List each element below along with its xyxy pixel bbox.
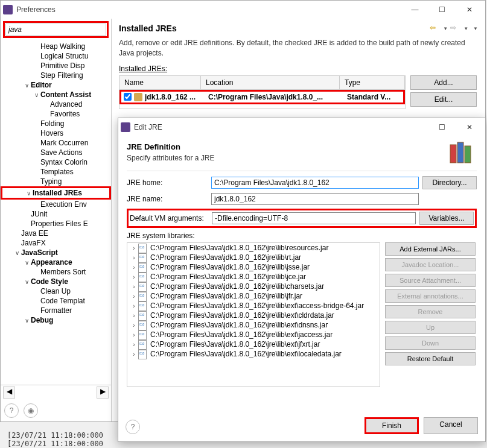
library-item[interactable]: ›C:\Program Files\Java\jdk1.8.0_162\jre\… <box>127 243 380 253</box>
tree-item[interactable]: Logical Structu <box>1 51 111 61</box>
jre-checkbox[interactable] <box>124 93 132 101</box>
tree-item[interactable]: ∨Appearance <box>1 257 111 267</box>
dialog-close-button[interactable]: ✕ <box>456 119 483 136</box>
jre-row-highlight[interactable]: jdk1.8.0_162 ... C:\Program Files\Java\j… <box>119 90 405 104</box>
tree-item[interactable]: Clean Up <box>1 286 111 296</box>
tree-label: Code Templat <box>40 297 85 305</box>
library-item[interactable]: ›C:\Program Files\Java\jdk1.8.0_162\jre\… <box>127 272 380 282</box>
tree-item[interactable]: ∨Content Assist <box>1 90 111 99</box>
eclipse-icon <box>3 5 13 14</box>
tree-item[interactable]: Code Templat <box>1 296 111 306</box>
jar-icon <box>138 244 148 252</box>
close-button[interactable]: ✕ <box>456 1 483 18</box>
up-button[interactable]: Up <box>385 321 476 334</box>
tree-item[interactable]: Properties Files E <box>1 219 111 229</box>
filter-input[interactable] <box>5 24 106 36</box>
jre-home-input[interactable] <box>211 177 419 189</box>
tree-item[interactable]: Advanced <box>1 99 111 109</box>
jar-icon <box>138 330 148 339</box>
library-item[interactable]: ›C:\Program Files\Java\jdk1.8.0_162\jre\… <box>127 291 380 301</box>
tree-item[interactable]: Save Actions <box>1 148 111 157</box>
tree-label: Hovers <box>40 129 63 137</box>
nav-back-menu[interactable]: ▼ <box>443 26 448 31</box>
tree-item[interactable]: Heap Walking <box>1 42 111 51</box>
dialog-title: Edit JRE <box>134 123 428 131</box>
tree-item[interactable]: Folding <box>1 119 111 128</box>
tree-item[interactable]: JUnit <box>1 209 111 219</box>
tree-item[interactable]: ∨Debug <box>1 315 111 325</box>
scroll-right-button[interactable]: ▶ <box>97 386 109 399</box>
jre-name-input[interactable] <box>211 193 419 205</box>
library-item[interactable]: ›C:\Program Files\Java\jdk1.8.0_162\jre\… <box>127 311 380 320</box>
tree-item[interactable]: ∨Code Style <box>1 277 111 286</box>
tree-item[interactable]: Primitive Disp <box>1 61 111 71</box>
record-button[interactable]: ◉ <box>24 403 38 418</box>
twisty-icon: ∨ <box>22 259 31 266</box>
help-button[interactable]: ? <box>4 403 19 418</box>
console-line: [23/07/21 11:18:00:000 <box>7 431 103 440</box>
remove-button[interactable]: Remove <box>385 305 476 318</box>
tree-item[interactable]: Typing <box>1 177 111 186</box>
jre-home-label: JRE home: <box>127 178 211 187</box>
add-jre-button[interactable]: Add... <box>410 75 477 90</box>
preferences-sidebar: Heap WalkingLogical StructuPrimitive Dis… <box>1 19 112 421</box>
tree-item[interactable]: ∨Installed JREs <box>1 186 111 200</box>
dialog-heading: JRE Definition <box>127 142 477 151</box>
nav-forward-menu[interactable]: ▼ <box>463 26 468 31</box>
jre-icon <box>134 93 142 101</box>
maximize-button[interactable]: ☐ <box>428 1 456 18</box>
finish-button[interactable]: Finish <box>364 417 419 434</box>
tree-item[interactable]: Java EE <box>1 229 111 238</box>
minimize-button[interactable]: — <box>401 1 428 18</box>
cancel-button[interactable]: Cancel <box>424 417 478 434</box>
tree-item[interactable]: Templates <box>1 167 111 177</box>
external-annotations-button[interactable]: External annotations... <box>385 289 476 303</box>
preferences-tree[interactable]: Heap WalkingLogical StructuPrimitive Dis… <box>1 40 111 385</box>
dialog-help-button[interactable]: ? <box>126 420 140 434</box>
tree-label: Editor <box>31 81 52 89</box>
col-name[interactable]: Name <box>119 76 201 89</box>
tree-item[interactable]: Members Sort <box>1 267 111 277</box>
directory-button[interactable]: Directory... <box>422 176 477 189</box>
twisty-icon: › <box>130 312 138 319</box>
window-title: Preferences <box>16 5 401 14</box>
library-item[interactable]: ›C:\Program Files\Java\jdk1.8.0_162\jre\… <box>127 282 380 291</box>
edit-jre-button[interactable]: Edit... <box>410 92 477 107</box>
tree-item[interactable]: Mark Occurren <box>1 138 111 148</box>
twisty-icon: › <box>130 264 138 271</box>
tree-item[interactable]: Hovers <box>1 128 111 138</box>
library-item[interactable]: ›C:\Program Files\Java\jdk1.8.0_162\jre\… <box>127 253 380 262</box>
vm-args-input[interactable] <box>212 212 416 224</box>
scroll-left-button[interactable]: ◀ <box>3 386 15 399</box>
restore-default-button[interactable]: Restore Default <box>385 352 476 365</box>
library-item[interactable]: ›C:\Program Files\Java\jdk1.8.0_162\jre\… <box>127 339 380 349</box>
source-attachment-button[interactable]: Source Attachment... <box>385 274 476 287</box>
twisty-icon: › <box>130 254 138 261</box>
javadoc-location-button[interactable]: Javadoc Location... <box>385 258 476 271</box>
col-type[interactable]: Type <box>340 76 405 89</box>
twisty-icon: › <box>130 303 138 309</box>
tree-item[interactable]: Step Filtering <box>1 71 111 80</box>
add-external-jars-button[interactable]: Add External JARs... <box>385 242 476 256</box>
library-item[interactable]: ›C:\Program Files\Java\jdk1.8.0_162\jre\… <box>127 349 380 359</box>
system-libraries-list[interactable]: ›C:\Program Files\Java\jdk1.8.0_162\jre\… <box>127 242 380 387</box>
library-item[interactable]: ›C:\Program Files\Java\jdk1.8.0_162\jre\… <box>127 301 380 311</box>
tree-item[interactable]: Syntax Colorin <box>1 157 111 167</box>
down-button[interactable]: Down <box>385 336 476 350</box>
page-menu[interactable]: ▼ <box>473 26 478 31</box>
library-item[interactable]: ›C:\Program Files\Java\jdk1.8.0_162\jre\… <box>127 262 380 272</box>
library-item[interactable]: ›C:\Program Files\Java\jdk1.8.0_162\jre\… <box>127 320 380 330</box>
nav-forward-icon[interactable]: ⇨ <box>450 24 461 33</box>
tree-item[interactable]: Execution Env <box>1 200 111 209</box>
nav-back-icon[interactable]: ⇦ <box>430 24 441 33</box>
col-location[interactable]: Location <box>201 76 340 89</box>
tree-item[interactable]: ∨Editor <box>1 80 111 90</box>
tree-item[interactable]: Favorites <box>1 109 111 119</box>
library-path: C:\Program Files\Java\jdk1.8.0_162\jre\l… <box>150 330 333 339</box>
library-item[interactable]: ›C:\Program Files\Java\jdk1.8.0_162\jre\… <box>127 330 380 339</box>
tree-item[interactable]: ∨JavaScript <box>1 248 111 257</box>
tree-item[interactable]: Formatter <box>1 306 111 315</box>
tree-item[interactable]: JavaFX <box>1 238 111 248</box>
variables-button[interactable]: Variables... <box>419 212 474 225</box>
dialog-maximize-button[interactable]: ☐ <box>428 119 456 136</box>
